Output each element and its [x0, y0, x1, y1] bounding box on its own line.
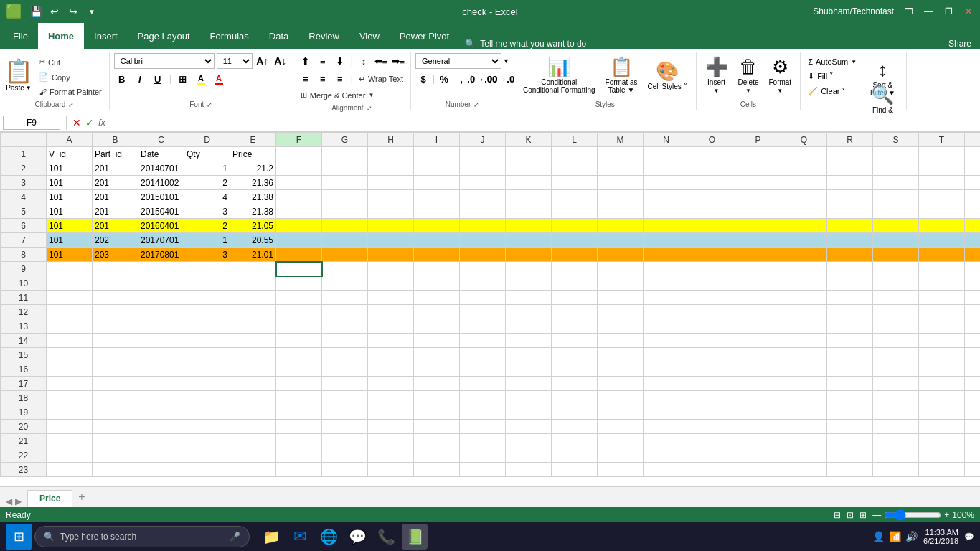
tab-formulas[interactable]: Formulas	[200, 23, 259, 49]
cell[interactable]	[644, 219, 689, 233]
cell[interactable]	[919, 161, 965, 176]
cell[interactable]	[735, 377, 781, 391]
cell[interactable]	[322, 463, 368, 477]
tab-review[interactable]: Review	[298, 23, 349, 49]
cell[interactable]	[827, 147, 873, 161]
cell[interactable]	[689, 391, 735, 405]
autosum-button[interactable]: Σ AutoSum ▼	[805, 56, 859, 67]
cell[interactable]	[47, 276, 93, 291]
sheet-nav-left[interactable]: ◀	[6, 496, 12, 507]
cell[interactable]: 20160401	[138, 219, 184, 233]
cell[interactable]	[414, 262, 460, 276]
wrap-text-button[interactable]: ↵ Wrap Text	[356, 73, 406, 85]
cell[interactable]	[368, 161, 414, 176]
cell[interactable]	[735, 233, 781, 248]
cell[interactable]	[827, 448, 873, 463]
cell[interactable]	[781, 434, 827, 448]
cell[interactable]	[276, 262, 322, 276]
cell[interactable]	[414, 420, 460, 434]
col-header-h[interactable]: H	[368, 133, 414, 147]
cell[interactable]	[322, 434, 368, 448]
align-center-btn[interactable]: ≡	[315, 71, 331, 87]
cell[interactable]	[873, 362, 919, 377]
cell[interactable]	[93, 334, 138, 348]
font-name-select[interactable]: Calibri	[114, 53, 215, 69]
col-header-b[interactable]: B	[93, 133, 138, 147]
cell[interactable]: 20170801	[138, 248, 184, 262]
cell[interactable]	[873, 319, 919, 334]
cell[interactable]	[230, 362, 276, 377]
cell[interactable]: 101	[47, 219, 93, 233]
cell[interactable]	[506, 233, 552, 248]
cell[interactable]	[47, 391, 93, 405]
zoom-out-btn[interactable]: —	[872, 510, 881, 520]
cell[interactable]	[506, 161, 552, 176]
cell[interactable]	[735, 434, 781, 448]
cell[interactable]	[781, 147, 827, 161]
cell[interactable]	[552, 305, 598, 319]
cell[interactable]	[598, 176, 644, 190]
cell[interactable]	[827, 161, 873, 176]
cell[interactable]	[919, 176, 965, 190]
cell[interactable]	[460, 248, 506, 262]
cell[interactable]	[414, 305, 460, 319]
align-top-btn[interactable]: ⬆	[298, 53, 314, 69]
cell[interactable]	[827, 204, 873, 219]
cell[interactable]	[506, 262, 552, 276]
cell[interactable]	[965, 276, 981, 291]
cell[interactable]	[460, 463, 506, 477]
cell[interactable]	[506, 434, 552, 448]
cell[interactable]	[414, 448, 460, 463]
cell[interactable]	[644, 161, 689, 176]
cell[interactable]	[598, 291, 644, 305]
cell[interactable]	[138, 348, 184, 362]
cell[interactable]	[368, 176, 414, 190]
cell[interactable]	[644, 291, 689, 305]
cell[interactable]	[506, 291, 552, 305]
cell[interactable]	[735, 248, 781, 262]
cell[interactable]	[689, 204, 735, 219]
cell[interactable]: 21.38	[230, 204, 276, 219]
col-header-r[interactable]: R	[827, 133, 873, 147]
cell[interactable]	[781, 362, 827, 377]
cell[interactable]	[965, 190, 981, 204]
cell[interactable]	[414, 276, 460, 291]
cell[interactable]	[827, 348, 873, 362]
col-header-l[interactable]: L	[552, 133, 598, 147]
cell[interactable]	[414, 291, 460, 305]
cell[interactable]	[735, 362, 781, 377]
cell[interactable]	[184, 334, 230, 348]
cell[interactable]	[460, 334, 506, 348]
cell[interactable]	[644, 176, 689, 190]
cell[interactable]	[230, 463, 276, 477]
cell[interactable]	[598, 420, 644, 434]
cell[interactable]	[230, 291, 276, 305]
cell[interactable]	[827, 434, 873, 448]
cell[interactable]	[414, 161, 460, 176]
col-header-t[interactable]: T	[919, 133, 965, 147]
cell[interactable]	[689, 233, 735, 248]
cell[interactable]	[873, 291, 919, 305]
row-number[interactable]: 23	[1, 463, 47, 477]
save-quick-btn[interactable]: 💾	[29, 4, 43, 19]
cell[interactable]	[919, 405, 965, 420]
insert-function-icon[interactable]: fx	[98, 117, 105, 128]
cell[interactable]	[552, 291, 598, 305]
cell[interactable]: 21.36	[230, 176, 276, 190]
cell[interactable]: 20.55	[230, 233, 276, 248]
cell[interactable]	[460, 362, 506, 377]
tab-file[interactable]: File	[3, 23, 38, 49]
cell[interactable]: 201	[93, 161, 138, 176]
cell[interactable]	[506, 248, 552, 262]
align-right-btn[interactable]: ≡	[332, 71, 348, 87]
cell[interactable]	[184, 405, 230, 420]
cell[interactable]	[322, 334, 368, 348]
sheet-tab-price[interactable]: Price	[27, 490, 72, 507]
cell[interactable]	[873, 420, 919, 434]
cell[interactable]	[965, 204, 981, 219]
cell[interactable]	[827, 420, 873, 434]
cell[interactable]	[322, 276, 368, 291]
cell[interactable]	[598, 262, 644, 276]
cell[interactable]	[873, 377, 919, 391]
cell[interactable]	[827, 391, 873, 405]
